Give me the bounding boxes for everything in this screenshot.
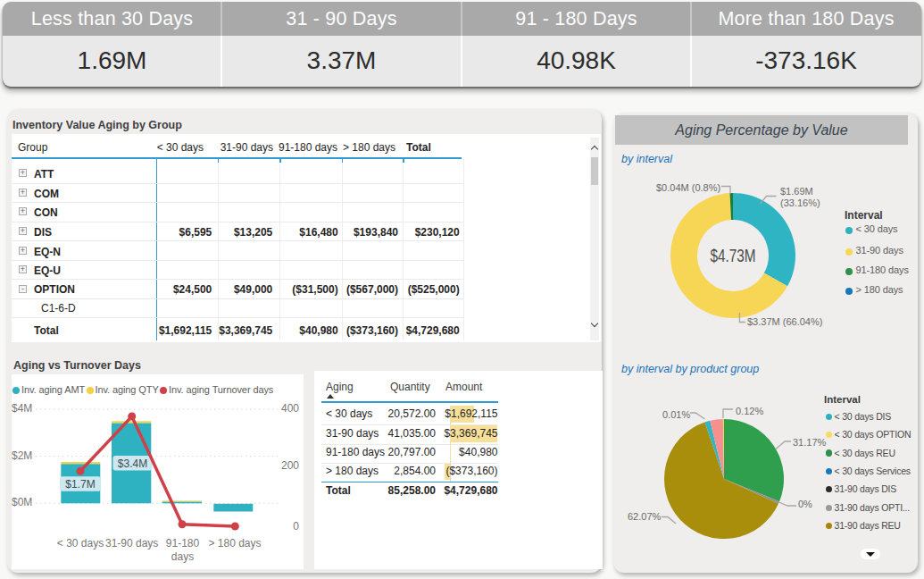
svg-text:$3.4M: $3.4M — [118, 457, 147, 470]
svg-text:$1.7M: $1.7M — [65, 478, 95, 491]
